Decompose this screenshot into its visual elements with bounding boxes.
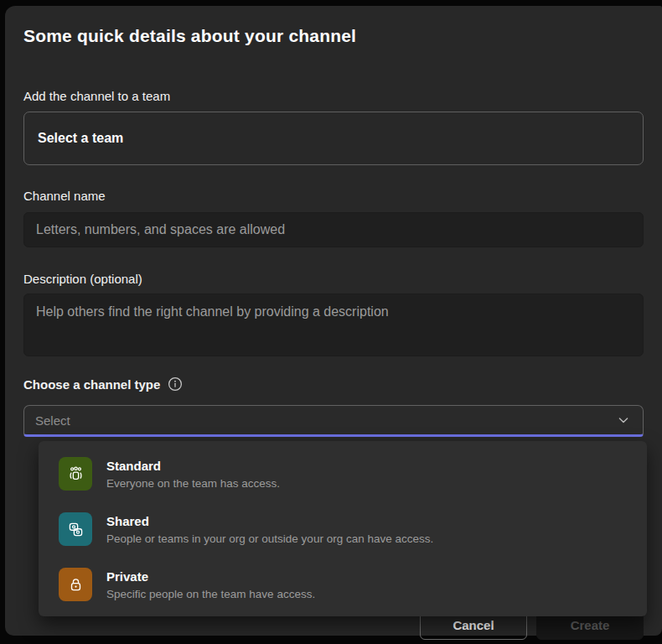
lock-icon: [59, 568, 92, 601]
create-channel-dialog: Some quick details about your channel Ad…: [5, 6, 662, 636]
option-description: People or teams in your org or outside y…: [106, 532, 433, 546]
channel-type-menu: Standard Everyone on the team has access…: [39, 441, 647, 616]
menu-item-private[interactable]: Private Specific people on the team have…: [39, 557, 647, 612]
team-combobox[interactable]: Select a team: [23, 112, 644, 165]
backdrop: Some quick details about your channel Ad…: [0, 0, 662, 644]
shared-channel-icon: [59, 512, 92, 546]
description-textarea[interactable]: [23, 293, 644, 356]
option-title: Private: [106, 569, 315, 584]
channel-type-select-value: Select: [35, 413, 70, 428]
option-title: Shared: [106, 513, 433, 529]
channel-type-label: Choose a channel type: [23, 377, 160, 392]
team-field-label: Add the channel to a team: [23, 89, 170, 103]
channel-name-input[interactable]: [23, 212, 644, 247]
option-description: Specific people on the team have access.: [106, 587, 315, 601]
description-label: Description (optional): [23, 272, 142, 286]
dialog-title: Some quick details about your channel: [23, 26, 356, 46]
channel-type-select[interactable]: Select: [23, 405, 644, 437]
channel-name-label: Channel name: [23, 189, 106, 203]
menu-item-standard[interactable]: Standard Everyone on the team has access…: [39, 446, 647, 501]
option-description: Everyone on the team has access.: [106, 476, 280, 491]
info-icon[interactable]: [168, 377, 183, 392]
team-combobox-value: Select a team: [38, 131, 123, 146]
option-title: Standard: [106, 458, 280, 474]
menu-item-shared[interactable]: Shared People or teams in your org or ou…: [39, 501, 647, 557]
chevron-down-icon[interactable]: [615, 412, 632, 428]
channel-type-label-row: Choose a channel type: [23, 377, 183, 392]
people-community-icon: [59, 457, 92, 491]
